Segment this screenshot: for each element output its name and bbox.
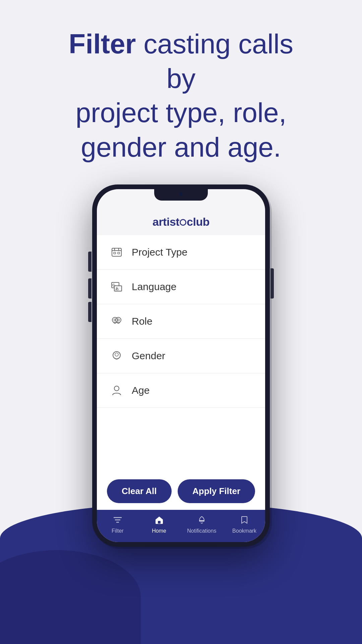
bell-nav-icon (197, 515, 206, 526)
bottom-navigation: Filter Home (97, 510, 265, 542)
filter-item-age[interactable]: Age (97, 373, 265, 408)
age-icon (109, 383, 124, 398)
project-type-label: Project Type (132, 247, 187, 258)
app-logo: artistclub (97, 207, 265, 235)
filter-list: Project Type G x あ (97, 235, 265, 471)
age-label: Age (132, 385, 149, 396)
page-title: Filter casting calls by project type, ro… (55, 27, 307, 164)
nav-bookmark-label: Bookmark (232, 528, 256, 534)
role-label: Role (132, 316, 153, 327)
svg-point-12 (116, 317, 121, 323)
header-section: Filter casting calls by project type, ro… (55, 27, 307, 164)
svg-rect-18 (158, 521, 161, 524)
role-icon (109, 314, 124, 329)
phone-frame: artistclub (92, 184, 270, 547)
svg-rect-19 (199, 521, 204, 522)
nav-item-filter[interactable]: Filter (104, 515, 131, 534)
svg-point-17 (114, 386, 119, 391)
filter-item-gender[interactable]: Gender (97, 339, 265, 373)
svg-rect-0 (112, 248, 121, 256)
nav-home-label: Home (152, 528, 166, 534)
phone-mockup: artistclub (92, 184, 270, 547)
notch-camera (179, 193, 183, 196)
filter-item-project-type[interactable]: Project Type (97, 235, 265, 270)
logo-circle-icon (180, 219, 186, 226)
phone-notch (154, 189, 208, 201)
home-nav-icon (155, 515, 164, 526)
clear-all-button[interactable]: Clear All (107, 479, 172, 503)
filter-nav-icon (113, 515, 122, 526)
app-content: artistclub (97, 189, 265, 542)
svg-text:あ: あ (115, 287, 119, 290)
gender-icon (109, 348, 124, 364)
buttons-area: Clear All Apply Filter (97, 471, 265, 510)
nav-item-home[interactable]: Home (146, 515, 173, 534)
nav-item-bookmark[interactable]: Bookmark (231, 515, 258, 534)
filter-item-role[interactable]: Role (97, 304, 265, 339)
apply-filter-button[interactable]: Apply Filter (178, 479, 255, 503)
nav-filter-label: Filter (112, 528, 124, 534)
bookmark-nav-icon (240, 515, 249, 526)
language-label: Language (132, 281, 176, 292)
svg-point-16 (115, 353, 118, 356)
logo-text-after: club (187, 215, 209, 228)
svg-rect-5 (118, 252, 120, 254)
nav-item-notifications[interactable]: Notifications (187, 515, 216, 534)
phone-screen: artistclub (97, 189, 265, 542)
project-type-icon (109, 245, 124, 260)
filter-item-language[interactable]: G x あ Language (97, 270, 265, 304)
logo-text-before: artist (153, 215, 179, 228)
gender-label: Gender (132, 350, 165, 362)
nav-notifications-label: Notifications (187, 528, 216, 534)
language-icon: G x あ (109, 279, 124, 294)
svg-rect-4 (114, 252, 116, 254)
